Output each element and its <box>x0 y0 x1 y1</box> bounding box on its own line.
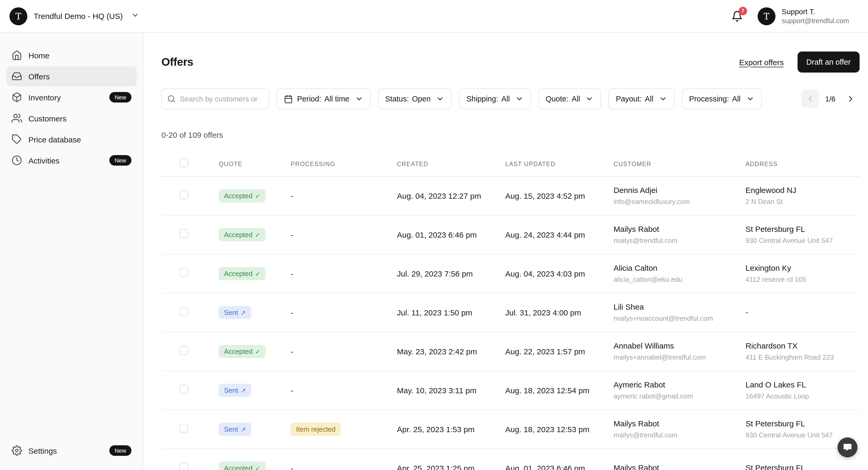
chevron-down-icon <box>585 95 594 103</box>
row-checkbox[interactable] <box>179 190 188 199</box>
user-menu[interactable]: T Support T. support@trendful.com <box>757 7 849 25</box>
sidebar-item-activities[interactable]: Activities New <box>6 150 137 170</box>
quote-badge: Sent↗ <box>219 306 251 319</box>
column-header-address: Address <box>745 161 860 167</box>
row-checkbox[interactable] <box>179 307 188 316</box>
address-street: 4112 reserve rd 105 <box>745 275 860 284</box>
table-row[interactable]: Accepted✓ - May. 23, 2023 2:42 pm Aug. 2… <box>161 332 860 371</box>
notifications-button[interactable]: 7 <box>730 9 744 23</box>
last-updated-at: Aug. 22, 2023 1:57 pm <box>505 347 614 356</box>
created-at: Aug. 01, 2023 6:46 pm <box>397 230 505 239</box>
table-row[interactable]: Sent↗ - Jul. 11, 2023 1:50 pm Jul. 31, 2… <box>161 293 860 332</box>
quote-badge: Accepted✓ <box>219 462 266 470</box>
column-header-last-updated: Last updated <box>505 161 614 167</box>
address-city: Richardson TX <box>745 341 860 352</box>
topbar: T Trendful Demo - HQ (US) 7 T Support T.… <box>0 0 868 33</box>
chevron-down-icon <box>658 95 667 103</box>
quote-status-icon: ✓ <box>255 231 260 238</box>
chevron-down-icon <box>515 95 523 103</box>
filter-processing[interactable]: Processing: All <box>682 88 762 109</box>
sidebar-item-label: Activities <box>28 156 103 165</box>
home-icon <box>11 50 22 60</box>
created-at: May. 10, 2023 3:11 pm <box>397 386 505 395</box>
table-row[interactable]: Accepted✓ - Aug. 01, 2023 6:46 pm Aug. 2… <box>161 216 860 254</box>
address-street: 411 E Buckingham Road 223 <box>745 353 860 362</box>
customer-name: Annabel Williams <box>614 341 745 352</box>
quote-badge: Accepted✓ <box>219 345 266 358</box>
address-street: 2 N Dean St <box>745 197 860 206</box>
notification-badge: 7 <box>739 7 747 15</box>
address-city: Lexington Ky <box>745 263 860 274</box>
chevron-down-icon <box>354 95 363 103</box>
processing-status: - <box>291 347 293 356</box>
quote-status-icon: ✓ <box>255 348 260 354</box>
column-header-processing: Processing <box>291 161 397 167</box>
search-icon <box>167 95 176 103</box>
created-at: May. 23, 2023 2:42 pm <box>397 347 505 356</box>
customer-email: mailys+noaccount@trendful.com <box>614 314 745 323</box>
processing-status: Item rejected <box>291 423 341 436</box>
chevron-right-icon <box>846 94 856 103</box>
sidebar-item-label: Inventory <box>28 93 103 102</box>
sidebar-item-customers[interactable]: Customers <box>6 108 137 128</box>
filter-payout[interactable]: Payout: All <box>609 88 675 109</box>
table-row[interactable]: Accepted✓ - Jul. 29, 2023 7:56 pm Aug. 0… <box>161 254 860 293</box>
column-header-quote: Quote <box>219 161 291 167</box>
filter-period[interactable]: Period: All time <box>277 88 370 109</box>
sidebar-item-label: Price database <box>28 135 131 144</box>
users-icon <box>11 113 22 124</box>
last-updated-at: Aug. 04, 2023 4:03 pm <box>505 269 614 278</box>
row-checkbox[interactable] <box>179 424 188 433</box>
row-checkbox[interactable] <box>179 385 188 394</box>
package-icon <box>11 92 22 102</box>
offers-table-body: Accepted✓ - Aug. 04, 2023 12:27 pm Aug. … <box>161 177 860 470</box>
sidebar-item-inventory[interactable]: Inventory New <box>6 87 137 107</box>
customer-name: Mailys Rabot <box>614 419 745 430</box>
chevron-down-icon <box>436 95 444 103</box>
quote-status-icon: ✓ <box>255 271 260 277</box>
pagination-prev-button[interactable] <box>801 90 819 108</box>
select-all-checkbox[interactable] <box>179 158 188 167</box>
quote-status-icon: ✓ <box>255 193 260 199</box>
draft-offer-button[interactable]: Draft an offer <box>797 52 860 72</box>
row-checkbox[interactable] <box>179 346 188 355</box>
created-at: Jul. 11, 2023 1:50 pm <box>397 308 505 317</box>
chat-launcher-button[interactable] <box>838 437 858 458</box>
avatar: T <box>757 7 775 25</box>
pagination-next-button[interactable] <box>842 90 860 108</box>
filter-shipping[interactable]: Shipping: All <box>459 88 531 109</box>
page-title: Offers <box>161 56 193 68</box>
filter-quote[interactable]: Quote: All <box>538 88 601 109</box>
sidebar-item-home[interactable]: Home <box>6 45 137 65</box>
processing-status: - <box>291 386 293 395</box>
calendar-icon <box>284 94 293 103</box>
chevron-down-icon <box>746 95 754 103</box>
customer-email: info@sameoldluxury.com <box>614 197 745 206</box>
created-at: Aug. 04, 2023 12:27 pm <box>397 191 505 200</box>
table-row[interactable]: Accepted✓ - Apr. 25, 2023 1:25 pm Aug. 0… <box>161 449 860 470</box>
table-row[interactable]: Sent↗ Item rejected Apr. 25, 2023 1:53 p… <box>161 410 860 449</box>
row-checkbox[interactable] <box>179 229 188 238</box>
user-meta: Support T. support@trendful.com <box>782 7 849 25</box>
last-updated-at: Jul. 31, 2023 4:00 pm <box>505 308 614 317</box>
processing-status: - <box>291 191 293 200</box>
pagination-label: 1/6 <box>825 95 835 103</box>
address-city: St Petersburg FL <box>745 463 860 470</box>
export-offers-link[interactable]: Export offers <box>739 58 784 66</box>
row-checkbox[interactable] <box>179 268 188 277</box>
clock-icon <box>11 155 22 166</box>
app-window: T Trendful Demo - HQ (US) 7 T Support T.… <box>0 0 868 470</box>
workspace-switcher[interactable]: T Trendful Demo - HQ (US) <box>9 7 140 25</box>
sidebar-item-price-database[interactable]: Price database <box>6 129 137 149</box>
sidebar-item-offers[interactable]: Offers <box>6 66 137 86</box>
search-input[interactable] <box>161 88 269 109</box>
sidebar-item-settings[interactable]: Settings New <box>6 441 137 461</box>
quote-badge: Sent↗ <box>219 384 251 397</box>
table-row[interactable]: Accepted✓ - Aug. 04, 2023 12:27 pm Aug. … <box>161 177 860 216</box>
processing-status: - <box>291 308 293 317</box>
processing-status: - <box>291 230 293 239</box>
quote-status-icon: ✓ <box>255 465 260 470</box>
filter-status[interactable]: Status: Open <box>378 88 452 109</box>
table-row[interactable]: Sent↗ - May. 10, 2023 3:11 pm Aug. 18, 2… <box>161 371 860 410</box>
row-checkbox[interactable] <box>179 463 188 470</box>
